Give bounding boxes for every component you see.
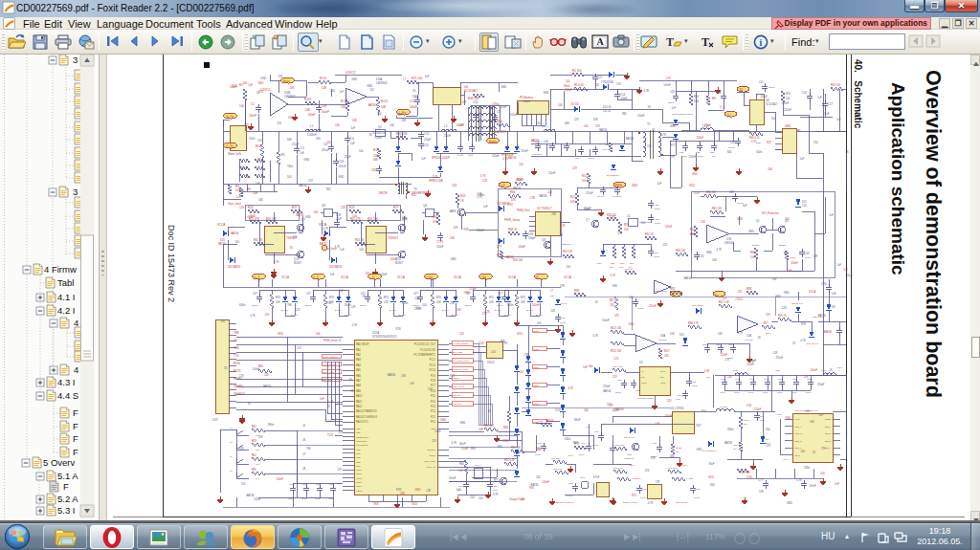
svg-text:10K: 10K — [727, 375, 732, 379]
svg-text:LED3: LED3 — [533, 366, 540, 369]
svg-text:ND: ND — [660, 376, 664, 379]
svg-text:BAT46: BAT46 — [626, 137, 635, 141]
svg-text:PC15OSC32_OUT: PC15OSC32_OUT — [414, 342, 435, 346]
svg-text:100: 100 — [537, 321, 542, 325]
svg-text:C27: C27 — [654, 252, 658, 254]
svg-text:1uF 220uF: 1uF 220uF — [532, 153, 543, 155]
svg-text:R53: R53 — [397, 113, 402, 117]
svg-text:Battery: Battery — [489, 140, 498, 143]
svg-text:R83: R83 — [746, 287, 752, 291]
svg-text:RA0 WKUP: RA0 WKUP — [356, 342, 369, 346]
svg-text:D12: D12 — [802, 200, 807, 204]
svg-text:RA10: RA10 — [356, 394, 363, 398]
svg-text:PC1: PC1 — [431, 415, 436, 419]
svg-text:210: 210 — [536, 121, 541, 125]
svg-text:1uF: 1uF — [425, 75, 430, 78]
svg-text:VCCA: VCCA — [809, 290, 815, 294]
svg-text:R15 100: R15 100 — [412, 77, 423, 80]
svg-text:4.1 I: 4.1 I — [57, 292, 76, 302]
svg-text:L3 1uH: L3 1uH — [542, 125, 549, 128]
svg-text:12V: 12V — [308, 179, 313, 183]
svg-text:100nF: 100nF — [805, 256, 812, 259]
svg-text:1K: 1K — [652, 128, 655, 132]
svg-text:100nF: 100nF — [380, 273, 388, 276]
svg-text:1uF: 1uF — [836, 118, 841, 121]
svg-text:MIC?D/LM7805: MIC?D/LM7805 — [637, 397, 654, 400]
svg-text:R112: R112 — [744, 419, 749, 422]
svg-text:4.7K: 4.7K — [484, 310, 490, 314]
svg-text:T: T — [702, 35, 709, 49]
svg-text:Q8: Q8 — [542, 238, 546, 242]
svg-text:3.3V: 3.3V — [706, 376, 711, 379]
svg-text:C19: C19 — [575, 157, 580, 160]
svg-text:R76: R76 — [276, 296, 280, 299]
svg-text:C95: C95 — [326, 301, 331, 305]
svg-text:380: 380 — [622, 112, 627, 116]
svg-text:1uF: 1uF — [457, 488, 461, 492]
svg-text:200uF: 200uF — [497, 304, 503, 307]
svg-text:R116 15K: R116 15K — [614, 444, 625, 447]
svg-text:R58 100: R58 100 — [831, 83, 840, 87]
svg-text:100nF: 100nF — [518, 245, 525, 249]
svg-text:C6: C6 — [350, 137, 354, 141]
svg-text:R45 10K: R45 10K — [712, 207, 722, 210]
svg-text:1uF: 1uF — [462, 100, 467, 104]
svg-text:R40 100: R40 100 — [706, 190, 716, 194]
svg-text:10K: 10K — [414, 96, 419, 99]
svg-text:100nF: 100nF — [620, 97, 628, 100]
svg-text:GND: GND — [641, 382, 647, 385]
svg-text:Overview of demonstration boar: Overview of demonstration board — [922, 70, 945, 398]
svg-text:C16: C16 — [716, 91, 722, 95]
svg-text:100: 100 — [377, 112, 382, 116]
svg-text:100nF: 100nF — [791, 391, 797, 393]
svg-text:4.7K: 4.7K — [593, 334, 599, 338]
svg-text:39K: 39K — [744, 423, 748, 426]
svg-text:C36 BAT46: C36 BAT46 — [791, 302, 804, 305]
svg-text:740n: 740n — [287, 165, 294, 168]
svg-text:RA3: RA3 — [356, 358, 362, 362]
svg-text:R62: R62 — [252, 425, 256, 429]
svg-text:GND: GND — [660, 382, 666, 385]
svg-text:GND: GND — [501, 85, 506, 89]
svg-text:100nF: 100nF — [510, 113, 518, 117]
svg-text:50H: 50H — [610, 266, 614, 269]
svg-text:530n: 530n — [804, 466, 811, 470]
svg-text:C44: C44 — [701, 220, 705, 224]
svg-text:730: 730 — [306, 447, 311, 451]
svg-text:PB3JTDO: PB3JTDO — [356, 440, 367, 443]
svg-text:R5?: R5? — [764, 321, 768, 325]
svg-text:D??: D?? — [497, 245, 502, 249]
svg-text:BAT46: BAT46 — [599, 128, 608, 132]
svg-text:C1: C1 — [251, 102, 255, 106]
svg-text:4.4 S: 4.4 S — [57, 390, 78, 401]
svg-text:Vbe: Vbe — [589, 364, 593, 368]
svg-text:1uF: 1uF — [583, 365, 588, 369]
svg-text:3.3V: 3.3V — [507, 203, 513, 207]
svg-text:10K: 10K — [401, 374, 406, 378]
svg-text:1uF: 1uF — [288, 116, 293, 120]
svg-text:SPS3045P: SPS3045P — [501, 153, 514, 157]
svg-text:VCCA: VCCA — [454, 275, 461, 279]
svg-text:GND: GND — [670, 124, 676, 128]
svg-text:C31: C31 — [700, 254, 704, 258]
svg-text:R89 10K: R89 10K — [511, 446, 521, 450]
svg-text:B05ET: B05ET — [779, 244, 787, 247]
svg-text:200uF: 200uF — [360, 304, 367, 307]
svg-text:C16: C16 — [843, 268, 848, 272]
svg-text:12V: 12V — [738, 290, 743, 294]
svg-text:U3A: U3A — [660, 334, 665, 338]
svg-text:R#10: R#10 — [320, 77, 327, 80]
svg-text:100nF: 100nF — [746, 363, 754, 366]
svg-text:RTCK: RTCK — [234, 369, 241, 373]
svg-text:4.7K: 4.7K — [568, 386, 574, 390]
svg-text:4.7K: 4.7K — [352, 323, 358, 327]
svg-text:GND: GND — [459, 421, 465, 425]
svg-text:6MHz: 6MHz — [475, 464, 481, 467]
svg-text:R101 100: R101 100 — [612, 365, 623, 368]
svg-text:R54: R54 — [611, 262, 615, 265]
svg-text:47K: 47K — [511, 198, 516, 202]
svg-text:C28: C28 — [782, 306, 787, 310]
svg-text:R22: R22 — [460, 194, 466, 198]
svg-text:12V: 12V — [239, 374, 244, 378]
svg-text:PC10: PC10 — [430, 368, 436, 372]
